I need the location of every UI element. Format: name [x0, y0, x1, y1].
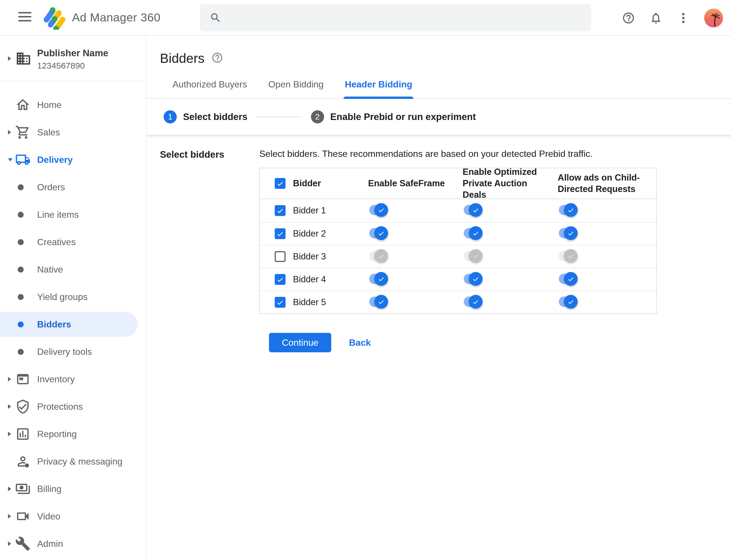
safeframe-toggle[interactable] — [369, 251, 386, 261]
optimized-private-auction-toggle[interactable] — [464, 251, 481, 261]
toggle-knob — [374, 272, 388, 286]
back-link[interactable]: Back — [349, 337, 371, 348]
row-checkbox[interactable] — [275, 274, 286, 285]
child-directed-toggle[interactable] — [559, 274, 576, 284]
continue-button[interactable]: Continue — [269, 333, 331, 352]
sidebar-item-orders[interactable]: Orders — [0, 173, 146, 201]
sidebar-item-creatives[interactable]: Creatives — [0, 228, 146, 256]
toggle-knob — [374, 295, 388, 309]
row-checkbox[interactable] — [275, 297, 286, 308]
column-header: Enable SafeFrame — [368, 178, 445, 188]
sidebar-item-admin[interactable]: Admin — [0, 530, 146, 557]
table-description: Select bidders. These recommendations ar… — [259, 149, 657, 159]
payments-icon — [15, 481, 31, 497]
bullet-icon — [18, 212, 24, 218]
column-header: Enable Optimized Private Auction Deals — [462, 166, 545, 201]
avatar[interactable] — [704, 9, 723, 27]
safeframe-toggle[interactable] — [369, 205, 386, 215]
search-input[interactable] — [200, 4, 591, 31]
table-header-row: Bidder Enable SafeFrame Enable Optimized… — [260, 168, 656, 199]
sidebar-item-privacy-messaging[interactable]: Privacy & messaging — [0, 448, 146, 475]
toggle-knob — [564, 249, 578, 263]
shield-check-icon — [15, 399, 31, 415]
truck-icon — [15, 152, 31, 168]
bidder-name: Bidder 1 — [293, 205, 326, 216]
sidebar-item-label: Bidders — [37, 319, 71, 330]
sidebar-item-billing[interactable]: Billing — [0, 475, 146, 503]
optimized-private-auction-toggle[interactable] — [464, 205, 481, 215]
sidebar-item-bidders[interactable]: Bidders — [0, 311, 146, 338]
toggle-knob — [469, 295, 482, 309]
toggle-knob — [469, 249, 482, 263]
toggle-knob — [374, 203, 388, 217]
table-row: Bidder 3 — [260, 245, 656, 268]
page-help-icon[interactable] — [211, 52, 223, 65]
column-header: Bidder — [293, 178, 321, 189]
toggle-knob — [564, 226, 578, 240]
optimized-private-auction-toggle[interactable] — [464, 274, 481, 284]
expand-arrow-icon — [8, 487, 11, 491]
expand-arrow-icon — [8, 377, 11, 381]
child-directed-toggle[interactable] — [559, 251, 576, 261]
optimized-private-auction-toggle[interactable] — [464, 297, 481, 307]
safeframe-toggle[interactable] — [369, 228, 386, 238]
bullet-icon — [18, 267, 24, 273]
sidebar-item-native[interactable]: Native — [0, 256, 146, 283]
house-icon — [15, 97, 31, 113]
toggle-knob — [469, 272, 482, 286]
notifications-icon[interactable] — [649, 11, 662, 25]
sidebar-item-label: Delivery — [37, 155, 73, 165]
sidebar-item-label: Inventory — [37, 374, 75, 385]
toggle-knob — [469, 203, 482, 217]
sidebar-item-label: Video — [37, 511, 60, 522]
bullet-icon — [18, 239, 24, 245]
main-content: Bidders Authorized Buyers Open Bidding H… — [146, 36, 731, 560]
app-title: Ad Manager 360 — [72, 11, 161, 24]
menu-icon[interactable] — [18, 12, 31, 23]
sidebar-item-video[interactable]: Video — [0, 503, 146, 530]
sidebar-item-reporting[interactable]: Reporting — [0, 420, 146, 448]
optimized-private-auction-toggle[interactable] — [464, 228, 481, 238]
sidebar-item-delivery-tools[interactable]: Delivery tools — [0, 338, 146, 365]
sidebar-item-delivery[interactable]: Delivery — [0, 146, 146, 173]
publisher-switcher[interactable]: Publisher Name 1234567890 — [0, 36, 146, 81]
toggle-knob — [564, 295, 578, 309]
child-directed-toggle[interactable] — [559, 297, 576, 307]
child-directed-toggle[interactable] — [559, 228, 576, 238]
expand-arrow-icon — [8, 432, 11, 436]
expand-arrow-icon — [8, 130, 11, 135]
step-label: Select bidders — [183, 111, 248, 122]
child-directed-toggle[interactable] — [559, 205, 576, 215]
bullet-icon — [18, 294, 24, 300]
bullet-icon — [18, 321, 24, 327]
sidebar-item-protections[interactable]: Protections — [0, 393, 146, 420]
tab-open-bidding[interactable]: Open Bidding — [267, 79, 325, 98]
safeframe-toggle[interactable] — [369, 274, 386, 284]
bidder-name: Bidder 4 — [293, 274, 326, 285]
table-row: Bidder 2 — [260, 222, 656, 245]
more-vert-icon[interactable] — [677, 11, 690, 25]
row-checkbox[interactable] — [275, 228, 286, 239]
publisher-id: 1234567890 — [37, 61, 108, 71]
shopping-cart-icon — [15, 124, 31, 140]
bullet-icon — [18, 349, 24, 355]
help-icon[interactable] — [622, 11, 635, 25]
tab-authorized-buyers[interactable]: Authorized Buyers — [171, 79, 248, 98]
safeframe-toggle[interactable] — [369, 297, 386, 307]
row-checkbox[interactable] — [275, 205, 286, 216]
step-label: Enable Prebid or run experiment — [331, 111, 476, 122]
sidebar-item-label: Billing — [37, 484, 61, 494]
expand-arrow-icon — [8, 514, 11, 519]
sidebar-item-label: Sales — [37, 127, 60, 138]
tab-header-bidding[interactable]: Header Bidding — [344, 79, 413, 98]
ad-unit-icon — [15, 371, 31, 387]
column-header: Allow ads on Child-Directed Requests — [558, 172, 640, 195]
select-all-checkbox[interactable] — [275, 178, 286, 189]
sidebar-item-home[interactable]: Home — [0, 91, 146, 119]
sidebar-item-line-items[interactable]: Line items — [0, 201, 146, 228]
sidebar-item-inventory[interactable]: Inventory — [0, 365, 146, 393]
search-icon — [210, 12, 222, 24]
sidebar-item-yield-groups[interactable]: Yield groups — [0, 283, 146, 311]
row-checkbox[interactable] — [275, 251, 286, 262]
sidebar-item-sales[interactable]: Sales — [0, 119, 146, 146]
